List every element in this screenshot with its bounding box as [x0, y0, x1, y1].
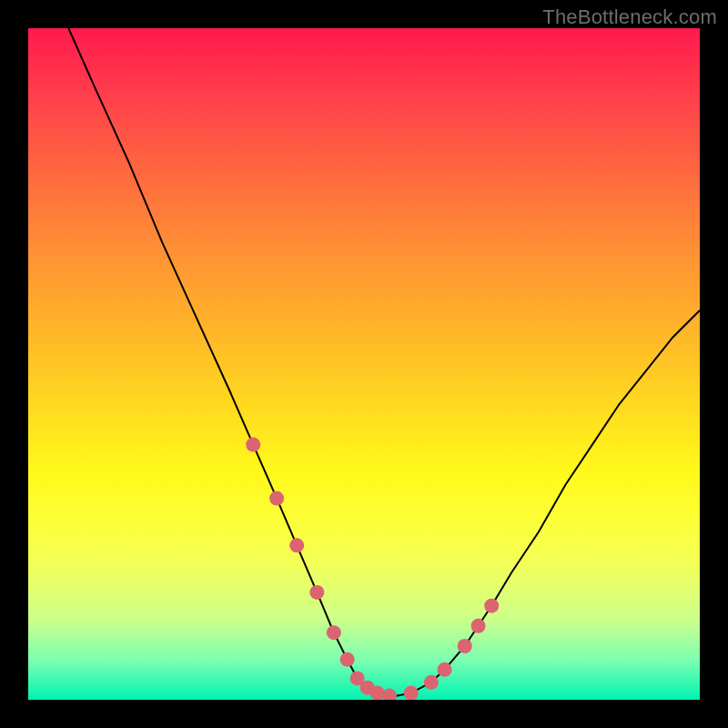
marker-point [382, 689, 397, 700]
chart-frame: TheBottleneck.com [0, 0, 728, 728]
marker-point [340, 652, 355, 667]
marker-point [471, 619, 486, 633]
marker-point [404, 686, 419, 700]
marker-point [484, 599, 499, 613]
bottleneck-curve [68, 28, 700, 696]
marker-point [289, 538, 304, 552]
plot-area [28, 28, 700, 700]
marker-point [246, 438, 260, 452]
marker-point [458, 639, 472, 653]
marker-point [327, 625, 341, 640]
marker-point [309, 585, 324, 600]
marker-point [438, 662, 452, 677]
watermark-text: TheBottleneck.com [542, 5, 717, 29]
chart-svg [28, 28, 700, 700]
marker-point [424, 675, 439, 690]
marker-group [246, 438, 499, 700]
marker-point [269, 491, 284, 506]
